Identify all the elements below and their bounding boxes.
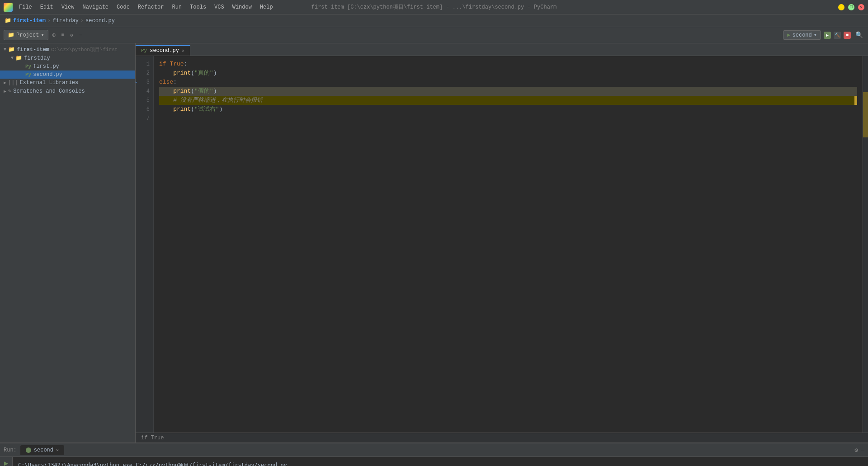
library-icon: ||| [8, 80, 18, 86]
menu-item-edit[interactable]: Edit [37, 3, 57, 12]
minimize-button[interactable]: — [838, 4, 844, 10]
code-line-5: # 没有严格缩进，在执行时会报错 [159, 96, 857, 105]
run-button[interactable]: ▶ [824, 32, 831, 39]
toolbar-left: 📁 Project ▾ ⊕ ≡ ⚙ — [4, 30, 85, 40]
warning-indicator [854, 96, 857, 105]
output-line-0: C:\Users\13427\Anaconda3\python.exe C:/c… [18, 461, 863, 466]
keyword-if: if [159, 60, 170, 69]
code-line-1: if True : [159, 60, 857, 69]
keyword-else: else [159, 78, 173, 87]
indent [159, 87, 173, 96]
string-val-3: "试试右" [194, 105, 219, 114]
run-panel-header: Run: second ✕ ⚙ — [0, 443, 868, 457]
run-tab-second[interactable]: second ✕ [20, 445, 64, 455]
run-label: Run: [4, 447, 17, 453]
console-output: C:\Users\13427\Anaconda3\python.exe C:/c… [13, 457, 868, 466]
maximize-button[interactable]: □ [848, 4, 854, 10]
run-tab-icon [26, 447, 31, 453]
menu-item-view[interactable]: View [58, 3, 78, 12]
run-config-dropdown-icon: ▾ [814, 32, 817, 38]
breadcrumb-item-0[interactable]: first-item [13, 18, 46, 24]
menu-item-tools[interactable]: Tools [186, 3, 210, 12]
breadcrumb-item-1[interactable]: firstday [52, 18, 79, 24]
paren-close3: ) [219, 105, 223, 114]
dropdown-arrow-icon: ▾ [41, 32, 44, 38]
line-num-3: ▶3 [136, 78, 150, 87]
minimize-panel-icon[interactable]: — [861, 447, 864, 453]
paren-close: ) [213, 69, 217, 78]
menu-item-vcs[interactable]: VCS [211, 3, 228, 12]
app-logo [4, 3, 13, 12]
search-button[interactable]: 🔍 [854, 30, 864, 41]
indent [159, 105, 173, 114]
tab-label: second.py [150, 47, 179, 54]
menu-item-run[interactable]: Run [168, 3, 185, 12]
run-tab-close[interactable]: ✕ [56, 447, 59, 453]
breadcrumb-sep-1: › [47, 18, 51, 24]
string-val: "真的" [194, 69, 213, 78]
editor-breadcrumb-bottom: if True [136, 433, 868, 442]
tree-item-second-py-label: second.py [33, 71, 62, 78]
scroll-minimap[interactable] [863, 56, 868, 433]
editor-area: Py second.py ✕ 1 2 ▶3 4 ⚠5 6 7 [136, 43, 868, 442]
editor-breadcrumb-label: if True [141, 435, 164, 441]
settings-gear-icon[interactable]: ⚙ [68, 32, 75, 39]
python-tab-icon: Py [141, 48, 147, 53]
window-controls: — □ ✕ [838, 4, 864, 10]
project-dropdown[interactable]: 📁 Project ▾ [4, 30, 48, 40]
bottom-panel: Run: second ✕ ⚙ — ▶ ▲ ■ ▼ ⟳ ≣ 🖨 🗑 C:\Use… [0, 442, 868, 466]
build-button[interactable]: 🔨 [834, 32, 841, 39]
paren-open: ( [191, 69, 194, 78]
stop-button[interactable]: ■ [844, 32, 851, 39]
title-bar-left: FileEditViewNavigateCodeRefactorRunTools… [4, 3, 277, 12]
tree-item-root[interactable]: ▼ 📁 first-item C:\czx\python项目\first [0, 45, 135, 54]
tree-item-firstday-label: firstday [24, 55, 50, 61]
expand-icon: ▶ [4, 80, 6, 85]
code-editor: 1 2 ▶3 4 ⚠5 6 7 if True : [136, 56, 868, 433]
expand-icon: ▼ [11, 56, 14, 61]
tree-item-external-libs-label: External Libraries [20, 80, 79, 86]
code-line-2: print ( "真的" ) [159, 69, 857, 78]
toolbar-right: ▶ second ▾ ▶ 🔨 ■ 🔍 [783, 30, 864, 41]
line-numbers: 1 2 ▶3 4 ⚠5 6 7 [136, 56, 154, 433]
line-num-7: 7 [136, 114, 150, 123]
colon: : [184, 60, 188, 69]
keyword-true: True [170, 60, 184, 69]
line-num-2: 2 [136, 69, 150, 78]
close-button[interactable]: ✕ [858, 4, 864, 10]
panel-right-controls: ⚙ — [854, 447, 864, 454]
add-button[interactable]: ⊕ [50, 32, 57, 39]
collapse-button[interactable]: — [77, 32, 85, 39]
layout-button[interactable]: ≡ [59, 32, 66, 39]
tree-item-root-label: first-item [17, 47, 49, 53]
scratches-icon: ✎ [8, 88, 11, 94]
menu-item-code[interactable]: Code [113, 3, 133, 12]
menu-bar: FileEditViewNavigateCodeRefactorRunTools… [15, 3, 277, 12]
menu-item-navigate[interactable]: Navigate [79, 3, 112, 12]
tab-second-py[interactable]: Py second.py ✕ [136, 45, 190, 56]
menu-item-file[interactable]: File [15, 3, 36, 12]
code-content[interactable]: if True : print ( "真的" ) else : [154, 56, 863, 433]
folder-icon: 📁 [8, 46, 15, 53]
tree-item-firstday[interactable]: ▼ 📁 firstday [0, 54, 135, 62]
editor-tabs: Py second.py ✕ [136, 43, 868, 56]
run-config-selector[interactable]: ▶ second ▾ [783, 30, 821, 40]
tree-item-first-py-label: first.py [33, 63, 59, 70]
play-button[interactable]: ▶ [2, 459, 11, 466]
python-file-icon: Py [25, 72, 31, 77]
breadcrumb-item-2[interactable]: second.py [85, 18, 115, 24]
indent [159, 69, 173, 78]
side-buttons: ▶ ▲ ■ ▼ ⟳ ≣ 🖨 🗑 [0, 457, 13, 466]
tree-item-second-py[interactable]: Py second.py [0, 71, 135, 79]
comment: # 没有严格缩进，在执行时会报错 [173, 96, 263, 105]
menu-item-help[interactable]: Help [256, 3, 277, 12]
menu-item-window[interactable]: Window [229, 3, 255, 12]
tree-item-scratches[interactable]: ▶ ✎ Scratches and Consoles [0, 87, 135, 95]
run-config-icon: ▶ [787, 32, 790, 38]
tree-item-scratches-label: Scratches and Consoles [13, 88, 85, 94]
tree-item-first-py[interactable]: Py first.py [0, 62, 135, 71]
tree-item-external-libs[interactable]: ▶ ||| External Libraries [0, 79, 135, 87]
menu-item-refactor[interactable]: Refactor [134, 3, 168, 12]
tab-close-button[interactable]: ✕ [182, 48, 184, 53]
settings-icon[interactable]: ⚙ [854, 447, 858, 454]
